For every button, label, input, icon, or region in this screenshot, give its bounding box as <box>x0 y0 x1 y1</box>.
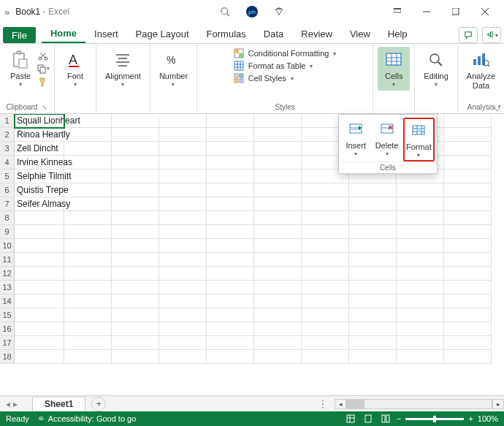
cell[interactable] <box>444 170 492 183</box>
cell[interactable] <box>254 170 302 183</box>
cell[interactable] <box>159 128 207 142</box>
cell[interactable] <box>15 281 64 294</box>
cell[interactable] <box>15 225 64 239</box>
cell[interactable] <box>349 281 397 294</box>
cell[interactable] <box>64 253 112 267</box>
cell[interactable] <box>15 336 64 350</box>
cell[interactable] <box>349 239 397 253</box>
row-header[interactable]: 5 <box>0 170 15 183</box>
cell[interactable] <box>444 239 492 253</box>
cell[interactable] <box>254 350 302 364</box>
copy-icon[interactable]: ▾ <box>37 63 50 75</box>
paste-button[interactable]: Paste ▾ <box>4 47 37 91</box>
tab-help[interactable]: Help <box>379 24 416 43</box>
cell[interactable]: Zell Dincht <box>15 142 64 156</box>
cell[interactable] <box>254 211 302 225</box>
cell[interactable] <box>159 211 207 225</box>
cell[interactable] <box>302 225 349 239</box>
cell[interactable] <box>349 211 397 225</box>
cell[interactable] <box>64 211 112 225</box>
cell[interactable] <box>444 156 492 170</box>
cell[interactable]: Quistis Trepe <box>15 183 64 197</box>
share-button[interactable]: ▾ <box>482 27 501 43</box>
row-header[interactable]: 14 <box>0 294 15 308</box>
cell[interactable] <box>397 322 444 336</box>
cells-button[interactable]: Cells ▾ <box>378 47 410 91</box>
cell[interactable] <box>254 281 302 294</box>
cell[interactable] <box>444 183 492 197</box>
cell[interactable] <box>444 197 492 211</box>
cell[interactable] <box>112 322 159 336</box>
row-header[interactable]: 11 <box>0 253 15 267</box>
cell[interactable] <box>349 253 397 267</box>
cell[interactable] <box>112 183 159 197</box>
sheet-nav-prev[interactable]: ◂ <box>6 399 10 409</box>
maximize-button[interactable] <box>441 1 470 22</box>
cell[interactable] <box>112 114 159 128</box>
cell[interactable] <box>397 308 444 322</box>
row-header[interactable]: 9 <box>0 225 15 239</box>
cell[interactable] <box>64 128 112 142</box>
cell[interactable] <box>349 350 397 364</box>
cell[interactable] <box>207 294 254 308</box>
cell[interactable] <box>207 350 254 364</box>
cell[interactable] <box>64 267 112 281</box>
row-header[interactable]: 3 <box>0 142 15 156</box>
cell[interactable] <box>64 225 112 239</box>
cell[interactable] <box>444 350 492 364</box>
minimize-button[interactable] <box>412 1 441 22</box>
cell[interactable] <box>397 336 444 350</box>
cell[interactable] <box>15 253 64 267</box>
row-header[interactable]: 7 <box>0 197 15 211</box>
cell[interactable] <box>64 294 112 308</box>
cell[interactable] <box>159 142 207 156</box>
sheet-tab[interactable]: Sheet1 <box>32 397 85 411</box>
cell[interactable] <box>207 128 254 142</box>
ribbon-collapse-icon[interactable]: ⮍ <box>493 103 501 112</box>
cell[interactable] <box>302 197 349 211</box>
row-header[interactable]: 8 <box>0 211 15 225</box>
cell[interactable] <box>112 336 159 350</box>
cell[interactable] <box>207 336 254 350</box>
cell[interactable] <box>207 183 254 197</box>
cell[interactable] <box>112 225 159 239</box>
view-normal-button[interactable] <box>344 413 357 425</box>
analyze-data-button[interactable]: AnalyzeData <box>462 47 500 94</box>
cell[interactable] <box>207 308 254 322</box>
cell[interactable] <box>207 225 254 239</box>
cell[interactable] <box>302 239 349 253</box>
format-cells-button[interactable]: Format ▾ <box>403 118 435 161</box>
cell[interactable] <box>64 156 112 170</box>
cell[interactable] <box>207 322 254 336</box>
cell[interactable] <box>254 267 302 281</box>
delete-cells-button[interactable]: Delete ▾ <box>373 118 402 161</box>
cell[interactable] <box>207 253 254 267</box>
cell[interactable] <box>159 183 207 197</box>
cell[interactable] <box>302 350 349 364</box>
cell[interactable] <box>397 225 444 239</box>
cell[interactable] <box>112 267 159 281</box>
insert-cells-button[interactable]: Insert ▾ <box>341 118 370 161</box>
cell[interactable] <box>302 211 349 225</box>
cell[interactable] <box>159 350 207 364</box>
cell[interactable] <box>15 308 64 322</box>
cell[interactable] <box>444 211 492 225</box>
cell[interactable] <box>397 281 444 294</box>
cell[interactable] <box>254 322 302 336</box>
view-page-layout-button[interactable] <box>362 413 375 425</box>
alignment-button[interactable]: Alignment ▾ <box>101 47 145 91</box>
tab-data[interactable]: Data <box>255 24 292 43</box>
cell[interactable] <box>64 239 112 253</box>
cell[interactable] <box>349 267 397 281</box>
cell[interactable] <box>64 336 112 350</box>
cell[interactable] <box>112 211 159 225</box>
cell[interactable] <box>112 281 159 294</box>
cell[interactable] <box>15 294 64 308</box>
cell[interactable] <box>207 211 254 225</box>
cell[interactable] <box>159 253 207 267</box>
cell[interactable] <box>112 170 159 183</box>
clipboard-launcher[interactable]: ⤡ <box>42 104 47 111</box>
cell[interactable] <box>207 170 254 183</box>
cell[interactable] <box>444 225 492 239</box>
cell[interactable] <box>207 267 254 281</box>
